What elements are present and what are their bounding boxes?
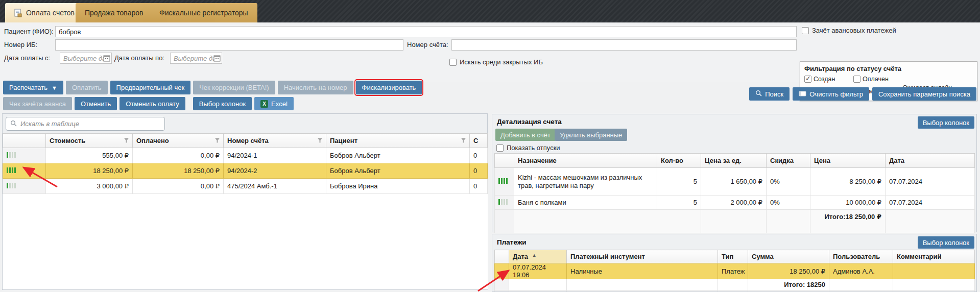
discount-cell: 0% <box>767 196 810 210</box>
price-cell: 10 000,00 ₽ <box>810 196 886 210</box>
payment-user-column-header[interactable]: Пользователь <box>829 250 893 263</box>
unit-price-column-header[interactable]: Цена за ед. <box>701 154 767 168</box>
payment-type-column-header[interactable]: Тип <box>718 250 748 263</box>
qty-column-header[interactable]: Кол-во <box>657 154 701 168</box>
tab-fiscal-registers[interactable]: Фискальные регистраторы <box>150 3 257 22</box>
cancel-button[interactable]: Отменить <box>75 97 117 110</box>
patient-cell: Боброва Ирина <box>326 179 470 194</box>
invoice-number-column-header[interactable]: Номер счёта <box>224 134 326 148</box>
tab-goods-sale[interactable]: Продажа товаров <box>76 3 152 22</box>
discount-header-label: Скидка <box>770 157 794 164</box>
search-closed-ib-option[interactable]: Искать среди закрытых ИБ <box>449 58 543 66</box>
clear-filter-label: Очистить фильтр <box>809 90 863 98</box>
invoices-panel: Стоимость Оплачено Номер счёта Пациент С… <box>2 113 488 290</box>
invoice-row[interactable]: 555,00 ₽ 0,00 ₽ 94/2024-1 Бобров Альберт… <box>3 148 488 163</box>
cancel-payment-button[interactable]: Отменить оплату <box>119 97 185 110</box>
patient-cell: Бобров Альберт <box>326 163 470 179</box>
price-column-header[interactable]: Цена <box>810 154 886 168</box>
status-created-checkbox[interactable] <box>804 76 811 83</box>
patient-header-label: Пациент <box>330 137 357 144</box>
qty-cell: 5 <box>657 168 701 196</box>
clear-filter-button[interactable]: Очистить фильтр <box>793 87 869 101</box>
pay-button[interactable]: Оплатить <box>66 81 108 94</box>
patient-input[interactable] <box>55 26 797 37</box>
ib-number-input[interactable] <box>55 39 403 51</box>
row-selector-column-header[interactable] <box>495 250 509 263</box>
details-header-row: Назначение Кол-во Цена за ед. Скидка Цен… <box>495 154 975 168</box>
payment-amount-column-header[interactable]: Сумма <box>748 250 829 263</box>
payment-date-column-header[interactable]: Дата ▲ <box>509 250 567 263</box>
status-option-paid[interactable]: Оплачен <box>853 76 889 83</box>
extra-cell: 0 <box>470 179 488 194</box>
advance-check-button[interactable]: Чек зачёта аванса <box>3 97 72 110</box>
filter-funnel-icon[interactable] <box>461 137 466 144</box>
invoice-number-cell: 475/2024 Амб.-1 <box>224 179 326 194</box>
tab-invoice-payment[interactable]: Оплата счетов <box>5 3 84 22</box>
show-vacations-label: Показать отпуски <box>507 144 560 152</box>
excel-icon: X <box>260 100 268 108</box>
payment-progress-bars-icon <box>7 183 16 188</box>
payment-row-selected[interactable]: 07.07.2024 19:06 Наличные Платеж 18 250,… <box>495 263 975 279</box>
service-column-header[interactable]: Назначение <box>514 154 657 168</box>
payment-progress-bars-icon <box>7 167 16 173</box>
show-vacations-checkbox[interactable] <box>496 144 504 152</box>
excel-export-button[interactable]: X Excel <box>254 97 294 110</box>
calendar-icon[interactable] <box>103 55 110 62</box>
filter-funnel-icon[interactable] <box>214 137 220 144</box>
empty-cell <box>886 210 975 233</box>
payment-instrument-cell: Наличные <box>567 263 718 279</box>
invoice-row[interactable]: 3 000,00 ₽ 0,00 ₽ 475/2024 Амб.-1 Бобров… <box>3 179 488 194</box>
payment-instrument-header-label: Платежный инстумент <box>570 253 645 260</box>
invoice-number-input[interactable] <box>451 39 797 51</box>
status-bars-column-header[interactable] <box>3 134 46 148</box>
search-closed-ib-checkbox[interactable] <box>449 59 457 66</box>
cost-column-header[interactable]: Стоимость <box>46 134 133 148</box>
tab-label: Оплата счетов <box>26 9 75 17</box>
detail-row[interactable]: Kizhi - массаж мешочками из различных тр… <box>495 168 975 196</box>
invoices-header-row: Стоимость Оплачено Номер счёта Пациент С <box>3 134 488 148</box>
payment-instrument-column-header[interactable]: Платежный инстумент <box>567 250 718 263</box>
payments-choose-columns-button[interactable]: Выбор колонок <box>918 236 974 249</box>
invoice-row-selected[interactable]: 18 250,00 ₽ 18 250,00 ₽ 94/2024-2 Бобров… <box>3 163 488 179</box>
invoice-number-header-label: Номер счёта <box>227 137 269 144</box>
detail-row[interactable]: Баня с полками 5 2 000,00 ₽ 0% 10 000,00… <box>495 196 975 210</box>
delete-selected-button[interactable]: Удалить выбранные <box>555 129 627 141</box>
payment-comment-column-header[interactable]: Комментарий <box>893 250 975 263</box>
patient-column-header[interactable]: Пациент <box>326 134 470 148</box>
correction-check-button[interactable]: Чек коррекции (BETA!) <box>193 81 275 94</box>
date-column-header[interactable]: Дата <box>886 154 975 168</box>
advance-offset-option[interactable]: Зачёт авансовых платежей <box>802 27 896 34</box>
status-bars-column-header[interactable] <box>495 154 514 168</box>
show-vacations-option[interactable]: Показать отпуски <box>496 144 560 152</box>
empty-cell <box>495 279 509 290</box>
table-search-input[interactable] <box>20 120 160 128</box>
choose-columns-button[interactable]: Выбор колонок <box>193 97 252 110</box>
empty-cell <box>657 210 701 233</box>
advance-offset-checkbox[interactable] <box>802 27 809 34</box>
search-closed-ib-label: Искать среди закрытых ИБ <box>460 58 543 66</box>
filter-funnel-icon[interactable] <box>124 137 129 144</box>
search-icon <box>755 90 762 98</box>
status-paid-checkbox[interactable] <box>853 76 861 83</box>
payment-user-cell: Админов А.А. <box>829 263 893 279</box>
invoices-table: Стоимость Оплачено Номер счёта Пациент С… <box>3 133 488 289</box>
payment-comment-header-label: Комментарий <box>897 253 942 260</box>
paid-column-header[interactable]: Оплачено <box>133 134 224 148</box>
empty-cell <box>893 290 975 292</box>
fiscalize-button[interactable]: Фискализировать <box>356 81 422 94</box>
service-cell: Kizhi - массаж мешочками из различных тр… <box>514 168 657 196</box>
print-button[interactable]: Распечатать ▼ <box>3 81 63 94</box>
details-choose-columns-button[interactable]: Выбор колонок <box>918 116 974 129</box>
empty-cell <box>718 290 748 292</box>
search-button[interactable]: Поиск <box>749 87 790 101</box>
charge-to-number-button[interactable]: Начислить на номер <box>278 81 353 94</box>
save-search-params-button[interactable]: Сохранить параметры поиска <box>872 87 976 101</box>
preliminary-check-button[interactable]: Предварительный чек <box>110 81 191 94</box>
extra-column-header[interactable]: С <box>470 134 488 148</box>
add-to-invoice-button[interactable]: Добавить в счёт <box>495 129 556 141</box>
discount-column-header[interactable]: Скидка <box>767 154 810 168</box>
filter-funnel-icon[interactable] <box>317 137 323 144</box>
status-option-created[interactable]: Создан <box>804 76 853 83</box>
calendar-icon[interactable] <box>213 55 221 62</box>
table-search-box[interactable] <box>6 117 165 131</box>
